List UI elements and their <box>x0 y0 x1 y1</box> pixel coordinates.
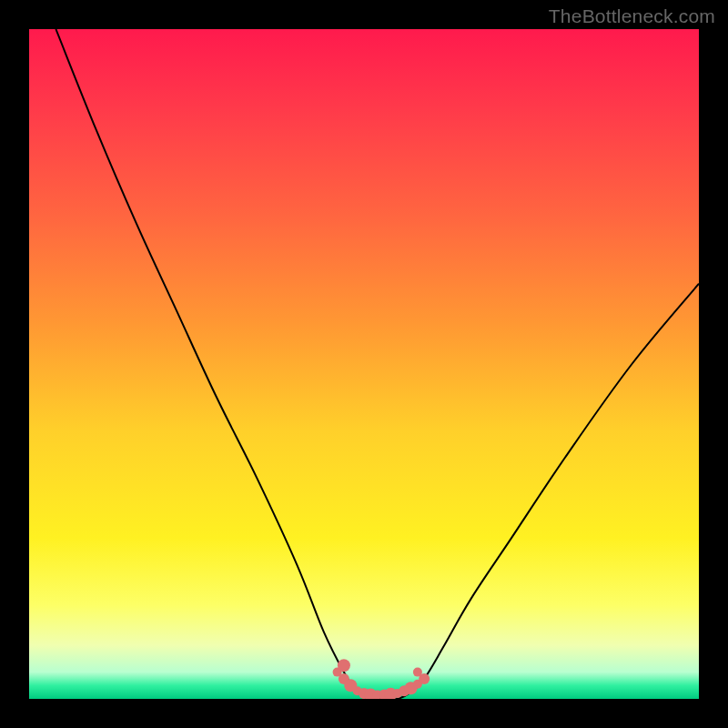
optimal-marker <box>338 659 350 672</box>
plot-area <box>29 29 699 699</box>
optimal-marker <box>413 668 422 677</box>
bottleneck-curve <box>56 29 699 699</box>
outer-frame: TheBottleneck.com <box>0 0 728 728</box>
watermark-text: TheBottleneck.com <box>549 5 715 27</box>
chart-svg <box>29 29 699 699</box>
optimal-marker-cluster <box>333 659 430 699</box>
